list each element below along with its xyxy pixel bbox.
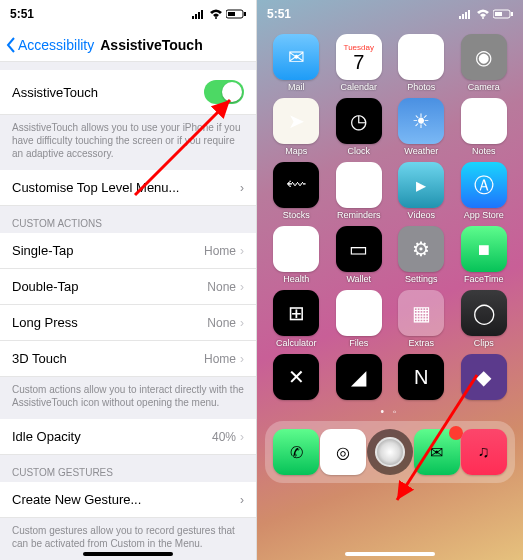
app-icon: ⚙ xyxy=(398,226,444,272)
status-time: 5:51 xyxy=(267,7,291,21)
idle-opacity-row[interactable]: Idle Opacity 40%› xyxy=(0,419,256,455)
home-indicator[interactable] xyxy=(83,552,173,556)
status-indicators xyxy=(459,9,513,19)
settings-pane: 5:51 Accessibility AssistiveTouch Assist… xyxy=(0,0,257,560)
wifi-icon xyxy=(209,9,223,19)
app-facetime[interactable]: ■FaceTime xyxy=(455,226,514,284)
app-icon: ♥ xyxy=(273,226,319,272)
assistivetouch-button[interactable] xyxy=(367,429,413,475)
dock-app-music[interactable]: ♫ xyxy=(461,429,507,475)
page-title: AssistiveTouch xyxy=(100,37,202,53)
app-settings[interactable]: ⚙Settings xyxy=(392,226,451,284)
page-dots[interactable]: • ◦ xyxy=(257,406,523,417)
app-icon: ⬳ xyxy=(273,162,319,208)
app-calculator[interactable]: ⊞Calculator xyxy=(267,290,326,348)
app-label: Reminders xyxy=(337,210,381,220)
long-press-row[interactable]: Long Press None› xyxy=(0,305,256,341)
app-photos[interactable]: ✿Photos xyxy=(392,34,451,92)
battery-icon xyxy=(226,9,246,19)
svg-rect-10 xyxy=(465,12,467,19)
svg-point-12 xyxy=(482,17,484,19)
app-label: Mail xyxy=(288,82,305,92)
app-label: Extras xyxy=(408,338,434,348)
app-clock[interactable]: ◷Clock xyxy=(330,98,389,156)
double-tap-row[interactable]: Double-Tap None› xyxy=(0,269,256,305)
create-gesture-row[interactable]: Create New Gesture... › xyxy=(0,482,256,518)
chevron-right-icon: › xyxy=(240,352,244,366)
app-label: Settings xyxy=(405,274,438,284)
app-label: Wallet xyxy=(346,274,371,284)
app-notes[interactable]: ≣Notes xyxy=(455,98,514,156)
app-weather[interactable]: ☀Weather xyxy=(392,98,451,156)
single-tap-row[interactable]: Single-Tap Home› xyxy=(0,233,256,269)
app-icon: ⊞ xyxy=(273,290,319,336)
dock-app-phone[interactable]: ✆ xyxy=(273,429,319,475)
action-value: None xyxy=(207,316,236,330)
app-camera[interactable]: ◉Camera xyxy=(455,34,514,92)
svg-rect-9 xyxy=(462,14,464,19)
app-extras[interactable]: ▦Extras xyxy=(392,290,451,348)
app-label: Maps xyxy=(285,146,307,156)
app-game[interactable]: ✕ xyxy=(267,354,326,402)
app-health[interactable]: ♥Health xyxy=(267,226,326,284)
home-screen-pane: 5:51 ✉MailTuesday7Calendar✿Photos◉Camera… xyxy=(257,0,523,560)
action-label: 3D Touch xyxy=(12,351,67,366)
dock-app-messages[interactable]: ✉ xyxy=(414,429,460,475)
app-app-store[interactable]: ⒶApp Store xyxy=(455,162,514,220)
assistivetouch-toggle-row[interactable]: AssistiveTouch xyxy=(0,70,256,115)
calendar-date: 7 xyxy=(353,52,364,72)
app-calendar[interactable]: Tuesday7Calendar xyxy=(330,34,389,92)
app-videos[interactable]: ▸Videos xyxy=(392,162,451,220)
app-icon: ◯ xyxy=(461,290,507,336)
app-icon: ◷ xyxy=(336,98,382,144)
app-wallet[interactable]: ▭Wallet xyxy=(330,226,389,284)
app-mail[interactable]: ✉Mail xyxy=(267,34,326,92)
svg-rect-1 xyxy=(195,14,197,19)
app-icon: ✿ xyxy=(398,34,444,80)
app-game[interactable]: ◢ xyxy=(330,354,389,402)
app-game[interactable]: N xyxy=(392,354,451,402)
customise-menu-row[interactable]: Customise Top Level Menu... › xyxy=(0,170,256,206)
app-icon: ▭ xyxy=(336,226,382,272)
signal-icon xyxy=(192,9,206,19)
3d-touch-row[interactable]: 3D Touch Home› xyxy=(0,341,256,377)
wifi-icon xyxy=(476,9,490,19)
app-icon: N xyxy=(398,354,444,400)
app-icon: ▸ xyxy=(398,162,444,208)
app-label: Health xyxy=(283,274,309,284)
chevron-right-icon: › xyxy=(240,430,244,444)
chevron-left-icon xyxy=(6,37,16,53)
app-icon: Ⓐ xyxy=(461,162,507,208)
back-button[interactable]: Accessibility xyxy=(6,37,94,53)
chevron-right-icon: › xyxy=(240,280,244,294)
app-label: Notes xyxy=(472,146,496,156)
app-reminders[interactable]: ≡Reminders xyxy=(330,162,389,220)
svg-rect-14 xyxy=(495,12,502,16)
app-icon: ■ xyxy=(461,226,507,272)
idle-label: Idle Opacity xyxy=(12,429,81,444)
app-files[interactable]: 🗀Files xyxy=(330,290,389,348)
svg-rect-8 xyxy=(459,16,461,19)
home-indicator[interactable] xyxy=(345,552,435,556)
app-maps[interactable]: ➤Maps xyxy=(267,98,326,156)
app-game[interactable]: ◆ xyxy=(455,354,514,402)
toggle-switch[interactable] xyxy=(204,80,244,104)
toggle-footer: AssistiveTouch allows you to use your iP… xyxy=(0,115,256,170)
app-clips[interactable]: ◯Clips xyxy=(455,290,514,348)
app-icon: ◉ xyxy=(461,34,507,80)
svg-rect-15 xyxy=(511,12,513,16)
app-label: Weather xyxy=(404,146,438,156)
custom-gestures-header: CUSTOM GESTURES xyxy=(0,455,256,482)
app-stocks[interactable]: ⬳Stocks xyxy=(267,162,326,220)
back-label: Accessibility xyxy=(18,37,94,53)
chevron-right-icon: › xyxy=(240,181,244,195)
dock-app-safari[interactable]: ◎ xyxy=(320,429,366,475)
svg-rect-6 xyxy=(228,12,235,16)
action-value: None xyxy=(207,280,236,294)
app-label: Stocks xyxy=(283,210,310,220)
app-icon: Tuesday7 xyxy=(336,34,382,80)
app-label: Calendar xyxy=(340,82,377,92)
app-icon: ◆ xyxy=(461,354,507,400)
app-label: App Store xyxy=(464,210,504,220)
svg-point-4 xyxy=(215,17,217,19)
